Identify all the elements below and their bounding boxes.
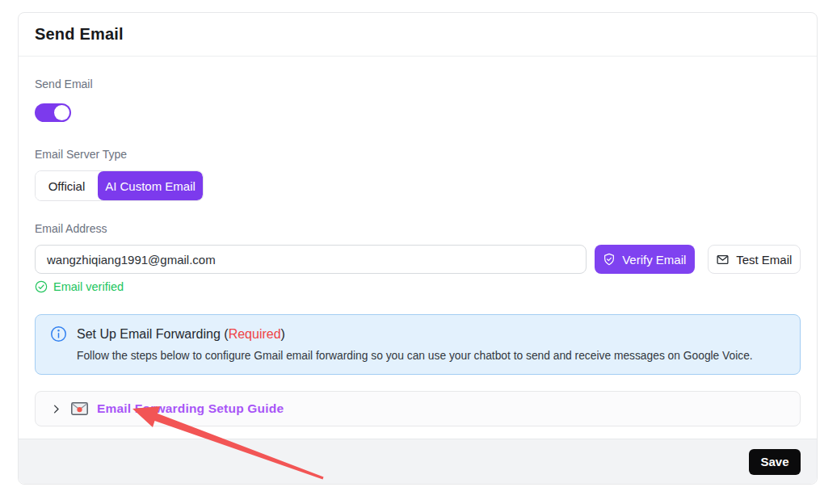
email-verified-status: Email verified [35,280,801,293]
callout-header: Set Up Email Forwarding (Required) [50,326,785,342]
shield-check-icon [603,253,616,266]
email-forwarding-guide-toggle[interactable]: Email Forwarding Setup Guide [35,391,801,426]
save-button[interactable]: Save [749,449,801,475]
callout-title: Set Up Email Forwarding (Required) [77,327,285,342]
send-email-card: Send Email Send Email Email Server Type … [18,12,818,485]
test-email-button[interactable]: Test Email [708,245,801,274]
verify-email-button[interactable]: Verify Email [595,245,694,274]
test-email-label: Test Email [736,253,792,267]
envelope-icon [716,253,730,267]
required-badge: Required [229,327,281,341]
email-forwarding-guide-link[interactable]: Email Forwarding Setup Guide [97,401,284,416]
card-header: Send Email [19,13,817,57]
email-verified-text: Email verified [53,280,124,293]
server-type-segmented-control: Official AI Custom Email [35,170,204,201]
check-circle-icon [35,280,48,293]
callout-description: Follow the steps below to configure Gmai… [77,350,785,362]
server-type-option-ai-custom[interactable]: AI Custom Email [98,171,203,200]
email-row: Verify Email Test Email [35,245,801,274]
card-body: Send Email Email Server Type Official AI… [19,57,817,426]
verify-email-label: Verify Email [622,253,686,267]
server-type-option-official[interactable]: Official [36,171,98,200]
info-circle-icon [50,326,67,342]
setup-forwarding-callout: Set Up Email Forwarding (Required) Follo… [35,314,801,375]
email-address-label: Email Address [35,222,801,235]
chevron-right-icon[interactable] [50,403,62,415]
send-email-toggle-label: Send Email [35,78,801,90]
email-address-input[interactable] [35,245,587,274]
card-footer: Save [19,439,817,484]
email-emoji-icon [71,402,88,415]
server-type-label: Email Server Type [35,148,801,161]
page-title: Send Email [35,25,124,44]
toggle-knob [54,105,69,120]
send-email-toggle[interactable] [35,103,71,122]
